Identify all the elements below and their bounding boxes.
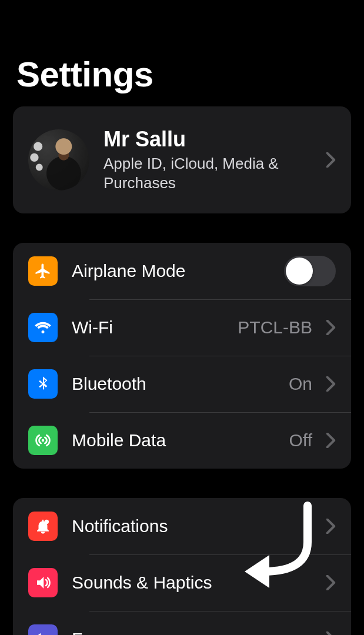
chevron-right-icon [326, 575, 336, 590]
speaker-icon [28, 568, 58, 597]
wifi-row[interactable]: Wi-Fi PTCL-BB [13, 299, 351, 356]
focus-row[interactable]: Focus [13, 611, 351, 635]
svg-point-0 [42, 439, 45, 442]
profile-row[interactable]: Mr Sallu Apple ID, iCloud, Media & Purch… [13, 106, 351, 213]
notifications-row[interactable]: Notifications [13, 498, 351, 554]
bluetooth-row[interactable]: Bluetooth On [13, 356, 351, 412]
airplane-mode-label: Airplane Mode [72, 261, 270, 281]
sounds-haptics-row[interactable]: Sounds & Haptics [13, 554, 351, 611]
mobile-data-label: Mobile Data [72, 430, 275, 450]
chevron-right-icon [326, 376, 336, 392]
antenna-icon [28, 426, 58, 455]
page-title: Settings [0, 0, 364, 106]
airplane-mode-toggle[interactable] [284, 256, 336, 286]
chevron-right-icon [326, 320, 336, 335]
focus-label: Focus [72, 629, 312, 635]
sounds-haptics-label: Sounds & Haptics [72, 573, 312, 593]
moon-icon [28, 624, 58, 635]
wifi-value: PTCL-BB [238, 317, 312, 337]
chevron-right-icon [326, 631, 336, 635]
profile-subtitle: Apple ID, iCloud, Media & Purchases [103, 154, 292, 192]
notifications-label: Notifications [72, 516, 312, 536]
bluetooth-value: On [289, 374, 312, 394]
bell-icon [28, 512, 58, 541]
chevron-right-icon [326, 152, 336, 168]
mobile-data-row[interactable]: Mobile Data Off [13, 412, 351, 469]
bluetooth-label: Bluetooth [72, 374, 275, 394]
profile-text: Mr Sallu Apple ID, iCloud, Media & Purch… [103, 128, 312, 193]
mobile-data-value: Off [289, 430, 312, 450]
airplane-mode-row[interactable]: Airplane Mode [13, 243, 351, 299]
avatar [28, 129, 89, 190]
connectivity-group: Airplane Mode Wi-Fi PTCL-BB Bluetooth On… [13, 243, 351, 469]
profile-group: Mr Sallu Apple ID, iCloud, Media & Purch… [13, 106, 351, 213]
wifi-label: Wi-Fi [72, 317, 223, 337]
profile-name: Mr Sallu [103, 128, 312, 151]
wifi-icon [28, 313, 58, 342]
airplane-icon [28, 256, 58, 286]
bluetooth-icon [28, 369, 58, 399]
chevron-right-icon [326, 433, 336, 448]
svg-point-1 [45, 520, 49, 524]
sounds-group: Notifications Sounds & Haptics Focus [13, 498, 351, 635]
chevron-right-icon [326, 519, 336, 534]
